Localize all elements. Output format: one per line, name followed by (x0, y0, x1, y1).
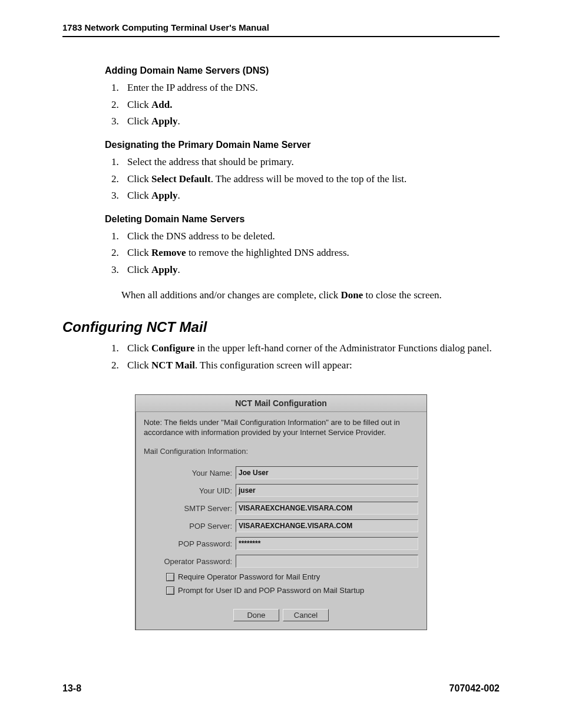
label-smtp-server: SMTP Server: (144, 504, 236, 513)
step: Enter the IP address of the DNS. (121, 81, 500, 95)
steps-dns-add: Enter the IP address of the DNS. Click A… (105, 81, 500, 129)
cancel-button[interactable]: Cancel (283, 609, 329, 621)
checkbox-prompt-uid-pop[interactable] (166, 587, 174, 595)
step: Click the DNS address to be deleted. (121, 229, 500, 244)
checkbox-require-operator-password[interactable] (166, 573, 174, 581)
step: Click Add. (121, 98, 500, 113)
label-pop-server: POP Server: (144, 522, 236, 531)
label-your-uid: Your UID: (144, 486, 236, 495)
running-header: 1783 Network Computing Terminal User's M… (62, 22, 500, 37)
input-your-uid[interactable]: juser (236, 484, 418, 497)
label-pop-password: POP Password: (144, 539, 236, 548)
step: Click Select Default. The address will b… (121, 172, 500, 187)
heading-dns-add: Adding Domain Name Servers (DNS) (105, 65, 500, 76)
heading-configuring-nct-mail: Configuring NCT Mail (62, 319, 500, 335)
label-your-name: Your Name: (144, 469, 236, 477)
steps-dns-primary: Select the address that should be primar… (105, 155, 500, 203)
dialog-title: NCT Mail Configuration (135, 395, 427, 412)
checkbox-label: Require Operator Password for Mail Entry (178, 572, 320, 581)
done-button[interactable]: Done (233, 609, 279, 621)
closing-note: When all additions and/or changes are co… (121, 288, 500, 303)
step: Click Remove to remove the highlighted D… (121, 246, 500, 261)
input-smtp-server[interactable]: VISARAEXCHANGE.VISARA.COM (236, 502, 418, 515)
dialog-section-label: Mail Configuration Information: (144, 447, 418, 456)
input-operator-password[interactable] (236, 555, 418, 568)
step: Click Apply. (121, 189, 500, 203)
input-pop-password[interactable]: ******** (236, 537, 418, 550)
input-your-name[interactable]: Joe User (236, 466, 418, 479)
page-number: 13-8 (62, 683, 81, 694)
steps-dns-delete: Click the DNS address to be deleted. Cli… (105, 229, 500, 278)
dialog-note: Note: The fields under "Mail Configurati… (144, 418, 418, 438)
checkbox-label: Prompt for User ID and POP Password on M… (178, 586, 364, 595)
step: Click Apply. (121, 114, 500, 129)
label-operator-password: Operator Password: (144, 557, 236, 566)
nct-mail-config-dialog: NCT Mail Configuration Note: The fields … (135, 394, 427, 631)
doc-number: 707042-002 (449, 683, 500, 694)
step: Select the address that should be primar… (121, 155, 500, 170)
heading-dns-delete: Deleting Domain Name Servers (105, 214, 500, 225)
step: Click NCT Mail. This configuration scree… (121, 358, 500, 373)
input-pop-server[interactable]: VISARAEXCHANGE.VISARA.COM (236, 519, 418, 532)
step: Click Apply. (121, 263, 500, 278)
step: Click Configure in the upper left-hand c… (121, 341, 500, 356)
steps-nct-mail: Click Configure in the upper left-hand c… (105, 341, 500, 373)
heading-dns-primary: Designating the Primary Domain Name Serv… (105, 140, 500, 150)
